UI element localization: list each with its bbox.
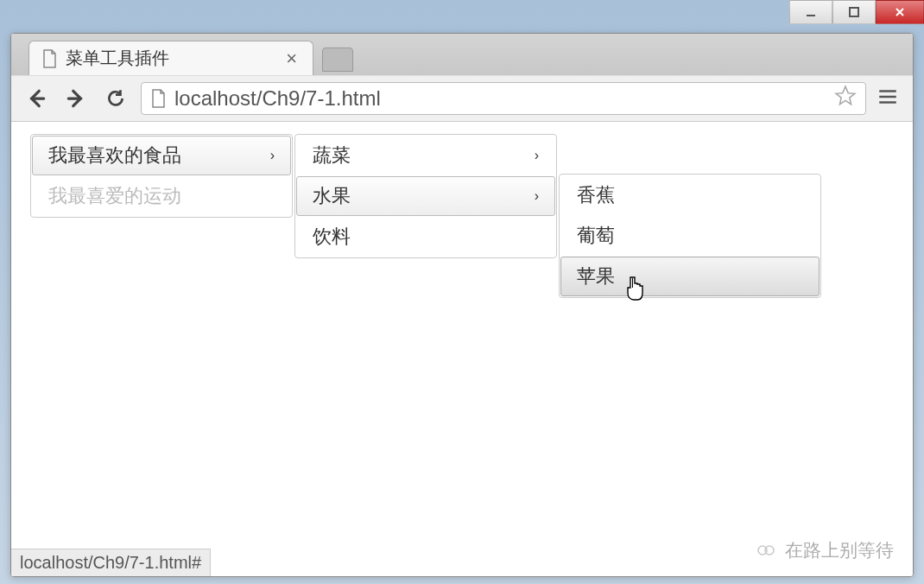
maximize-button[interactable] <box>832 0 876 24</box>
reload-button[interactable] <box>101 84 130 113</box>
svg-rect-0 <box>807 15 815 16</box>
forward-button[interactable] <box>61 84 91 113</box>
status-bar: localhost/Ch9/7-1.html# <box>11 549 211 576</box>
tab-title: 菜单工具插件 <box>66 47 169 70</box>
arrow-right-icon <box>65 87 87 110</box>
watermark-text: 在路上别等待 <box>785 538 894 562</box>
chevron-right-icon: › <box>535 148 539 163</box>
menu-level-1: 我最喜欢的食品›我最喜爱的运动 <box>30 134 293 218</box>
menu-item-label: 香蕉 <box>577 182 615 208</box>
menu-level-2: 蔬菜›水果›饮料 <box>294 134 557 258</box>
maximize-icon <box>848 6 860 18</box>
menu-item: 我最喜爱的运动 <box>32 176 291 216</box>
menu-item-label: 水果 <box>313 183 351 209</box>
menu-item-label: 蔬菜 <box>313 143 351 168</box>
menu-item[interactable]: 水果› <box>296 176 555 216</box>
menu-item[interactable]: 苹果 <box>560 257 820 296</box>
browser-tab[interactable]: 菜单工具插件 × <box>28 41 313 75</box>
tab-close-button[interactable]: × <box>282 48 301 70</box>
minimize-icon <box>805 6 817 18</box>
new-tab-button[interactable] <box>322 48 353 72</box>
hamburger-icon <box>877 86 899 108</box>
menu-item[interactable]: 香蕉 <box>560 175 820 215</box>
menu-item-label: 苹果 <box>577 263 615 289</box>
bookmark-button[interactable] <box>834 85 857 112</box>
arrow-left-icon <box>25 87 47 110</box>
watermark: 在路上别等待 <box>754 538 894 562</box>
address-bar[interactable]: localhost/Ch9/7-1.html <box>141 82 866 115</box>
url-text: localhost/Ch9/7-1.html <box>174 86 381 111</box>
menu-button[interactable] <box>877 86 902 111</box>
close-window-button[interactable] <box>876 0 924 24</box>
browser-toolbar: localhost/Ch9/7-1.html <box>11 75 913 122</box>
menu-item-label: 我最喜爱的运动 <box>48 183 181 209</box>
close-icon <box>894 6 906 18</box>
back-button[interactable] <box>22 84 51 113</box>
page-icon <box>41 49 57 68</box>
watermark-icon <box>754 538 778 562</box>
minimize-button[interactable] <box>789 0 832 24</box>
menu-level-3: 香蕉葡萄苹果 <box>559 174 821 298</box>
menu-item[interactable]: 蔬菜› <box>296 136 555 175</box>
reload-icon <box>104 87 127 110</box>
status-text: localhost/Ch9/7-1.html# <box>20 553 201 573</box>
menu-item-label: 我最喜欢的食品 <box>48 143 181 168</box>
page-icon <box>150 89 166 108</box>
menu-item-label: 葡萄 <box>577 223 615 249</box>
menu-item[interactable]: 饮料 <box>296 217 555 257</box>
tab-strip: 菜单工具插件 × <box>11 34 913 75</box>
star-icon <box>834 85 857 107</box>
menu-item[interactable]: 葡萄 <box>560 216 820 256</box>
page-viewport: 我最喜欢的食品›我最喜爱的运动 蔬菜›水果›饮料 香蕉葡萄苹果 localhos… <box>11 122 913 576</box>
window-controls <box>789 0 924 24</box>
menu-item[interactable]: 我最喜欢的食品› <box>32 136 291 175</box>
chevron-right-icon: › <box>535 188 539 204</box>
svg-rect-1 <box>850 8 858 16</box>
chevron-right-icon: › <box>270 148 275 163</box>
browser-window: 菜单工具插件 × localhost/Ch9/7-1.html <box>10 33 914 577</box>
menu-item-label: 饮料 <box>313 224 351 250</box>
